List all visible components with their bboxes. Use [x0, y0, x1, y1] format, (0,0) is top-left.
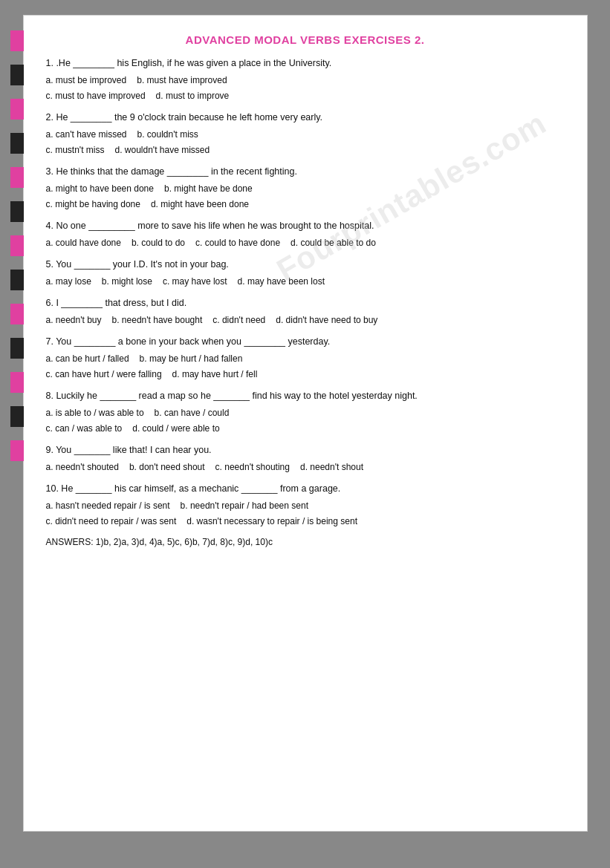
option-2-c: c. mustn't miss: [46, 145, 105, 155]
question-6-text: 6. I ________ that dress, but I did.: [46, 296, 565, 310]
question-7-options-row-2: c. can have hurt / were fallingd. may ha…: [46, 368, 565, 382]
option-3-d: d. might have been done: [151, 199, 249, 209]
question-6-options-row-1: a. needn't buyb. needn't have boughtc. d…: [46, 313, 565, 327]
option-7-a: a. can be hurt / falled: [46, 353, 129, 364]
question-1-options-row-2: c. must to have improvedd. must to impro…: [46, 89, 565, 103]
question-10-text: 10. He _______ his car himself, as a mec…: [46, 482, 565, 496]
option-4-d: d. could be able to do: [291, 238, 376, 248]
question-2: 2. He ________ the 9 o'clock train becau…: [46, 111, 565, 157]
option-5-d: d. may have been lost: [238, 276, 325, 287]
question-7-options-row-1: a. can be hurt / falledb. may be hurt / …: [46, 352, 565, 366]
question-2-options-row-2: c. mustn't missd. wouldn't have missed: [46, 143, 565, 157]
question-3-text: 3. He thinks that the damage ________ in…: [46, 165, 565, 179]
question-4: 4. No one _________ more to save his lif…: [46, 219, 565, 250]
question-8-options-row-1: a. is able to / was able tob. can have /…: [46, 406, 565, 420]
option-2-b: b. couldn't miss: [137, 129, 198, 140]
question-8-text: 8. Luckily he _______ read a map so he _…: [46, 389, 565, 403]
left-tabs: [10, 30, 24, 461]
tab-4: [10, 133, 24, 154]
tab-3: [10, 99, 24, 120]
option-1-c: c. must to have improved: [46, 91, 146, 101]
question-9-text: 9. You _______ like that! I can hear you…: [46, 443, 565, 457]
option-1-d: d. must to improve: [156, 91, 230, 101]
worksheet-page: Fourprintables.com ADVANCED MODAL VERBS …: [23, 15, 588, 832]
option-6-b: b. needn't have bought: [112, 315, 203, 325]
question-9: 9. You _______ like that! I can hear you…: [46, 443, 565, 474]
tab-2: [10, 65, 24, 85]
question-1: 1. .He ________ his English, if he was g…: [46, 56, 565, 103]
option-4-c: c. could to have done: [195, 238, 280, 248]
option-10-d: d. wasn't necessary to repair / is being…: [186, 516, 357, 526]
question-2-options-row-1: a. can't have missedb. couldn't miss: [46, 128, 565, 142]
question-6: 6. I ________ that dress, but I did.a. n…: [46, 296, 565, 327]
question-5-text: 5. You _______ your I.D. It's not in you…: [46, 258, 565, 272]
question-5: 5. You _______ your I.D. It's not in you…: [46, 258, 565, 289]
answers-line: ANSWERS: 1)b, 2)a, 3)d, 4)a, 5)c, 6)b, 7…: [46, 537, 565, 547]
option-2-a: a. can't have missed: [46, 129, 127, 140]
option-10-a: a. hasn't needed repair / is sent: [46, 500, 170, 511]
question-3-options-row-1: a. might to have been doneb. might have …: [46, 182, 565, 196]
option-3-c: c. might be having done: [46, 199, 140, 209]
option-7-d: d. may have hurt / fell: [172, 369, 258, 379]
option-5-b: b. might lose: [102, 276, 152, 287]
option-3-b: b. might have be done: [164, 183, 253, 194]
option-6-d: d. didn't have need to buy: [276, 315, 377, 325]
tab-8: [10, 270, 24, 290]
option-10-b: b. needn't repair / had been sent: [181, 500, 308, 511]
option-9-d: d. needn't shout: [300, 462, 363, 472]
question-4-text: 4. No one _________ more to save his lif…: [46, 219, 565, 233]
tab-5: [10, 167, 24, 188]
option-8-b: b. can have / could: [155, 408, 230, 418]
option-8-c: c. can / was able to: [46, 423, 123, 434]
option-10-c: c. didn't need to repair / was sent: [46, 516, 177, 526]
option-6-c: c. didn't need: [212, 315, 265, 325]
question-1-options-row-1: a. must be improvedb. must have improved: [46, 74, 565, 88]
question-10: 10. He _______ his car himself, as a mec…: [46, 482, 565, 529]
question-10-options-row-2: c. didn't need to repair / was sentd. wa…: [46, 515, 565, 529]
tab-10: [10, 338, 24, 359]
questions-container: 1. .He ________ his English, if he was g…: [46, 56, 565, 529]
question-3: 3. He thinks that the damage ________ in…: [46, 165, 565, 212]
question-7: 7. You ________ a bone in your back when…: [46, 335, 565, 382]
option-3-a: a. might to have been done: [46, 183, 154, 194]
tab-6: [10, 201, 24, 222]
option-5-a: a. may lose: [46, 276, 91, 287]
tab-11: [10, 372, 24, 393]
option-9-b: b. don't need shout: [129, 462, 205, 472]
question-5-options-row-1: a. may loseb. might losec. may have lost…: [46, 275, 565, 289]
option-6-a: a. needn't buy: [46, 315, 102, 325]
question-3-options-row-2: c. might be having doned. might have bee…: [46, 198, 565, 212]
question-8: 8. Luckily he _______ read a map so he _…: [46, 389, 565, 436]
option-2-d: d. wouldn't have missed: [114, 145, 210, 155]
option-7-c: c. can have hurt / were falling: [46, 369, 162, 379]
option-9-c: c. needn't shouting: [215, 462, 290, 472]
option-4-a: a. could have done: [46, 238, 121, 248]
tab-1: [10, 30, 24, 51]
option-4-b: b. could to do: [132, 238, 185, 248]
option-1-a: a. must be improved: [46, 75, 127, 85]
tab-12: [10, 406, 24, 427]
option-7-b: b. may be hurt / had fallen: [140, 353, 243, 364]
option-8-d: d. could / were able to: [132, 423, 219, 434]
question-2-text: 2. He ________ the 9 o'clock train becau…: [46, 111, 565, 125]
question-8-options-row-2: c. can / was able tod. could / were able…: [46, 422, 565, 436]
option-8-a: a. is able to / was able to: [46, 408, 144, 418]
question-9-options-row-1: a. needn't shoutedb. don't need shoutc. …: [46, 460, 565, 474]
question-1-text: 1. .He ________ his English, if he was g…: [46, 56, 565, 71]
option-1-b: b. must have improved: [137, 75, 227, 85]
worksheet-title: ADVANCED MODAL VERBS EXERCISES 2.: [46, 33, 565, 46]
tab-7: [10, 235, 24, 256]
question-7-text: 7. You ________ a bone in your back when…: [46, 335, 565, 349]
tab-13: [10, 440, 24, 461]
tab-9: [10, 304, 24, 324]
option-9-a: a. needn't shouted: [46, 462, 119, 472]
question-10-options-row-1: a. hasn't needed repair / is sentb. need…: [46, 499, 565, 513]
option-5-c: c. may have lost: [163, 276, 227, 287]
question-4-options-row-1: a. could have doneb. could to doc. could…: [46, 236, 565, 250]
